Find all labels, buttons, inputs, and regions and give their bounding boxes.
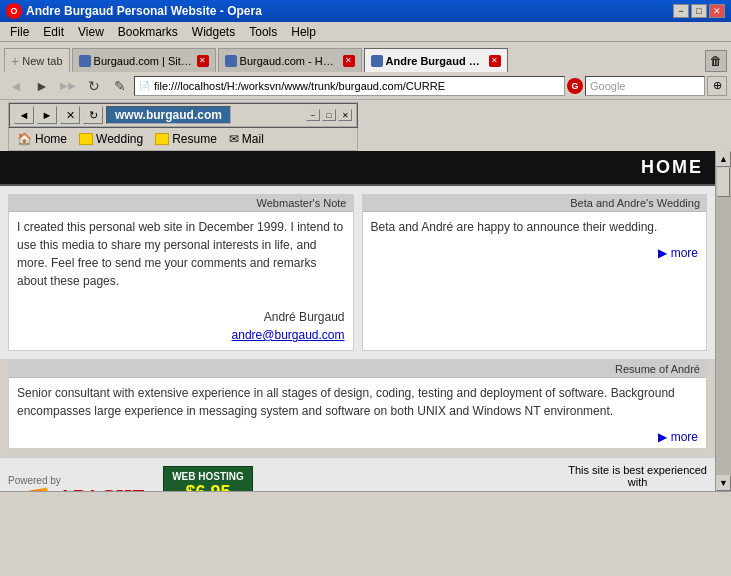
webmaster-section: Webmaster's Note I created this personal… (8, 194, 354, 351)
best-viewed-with: with (568, 476, 707, 488)
address-text: file:///localhost/H:/worksvn/www/trunk/b… (154, 80, 445, 92)
new-tab-label: New tab (22, 55, 62, 67)
back-button[interactable]: ◄ (4, 75, 28, 97)
forward-button[interactable]: ► (30, 75, 54, 97)
inner-close-btn[interactable]: ✕ (338, 109, 352, 121)
resume-more-link[interactable]: ▶ more (658, 430, 698, 444)
inner-nav-links: 🏠 Home Wedding Resume ✉ Mail (8, 128, 358, 151)
home-header: HOME (0, 151, 715, 186)
tab3-close[interactable]: ✕ (489, 55, 501, 67)
tab-3[interactable]: Andre Burgaud Personal ... ✕ (364, 48, 508, 72)
inner-stop-btn[interactable]: ✕ (60, 106, 80, 124)
resume-folder-icon (155, 133, 169, 145)
inner-nav-mail[interactable]: ✉ Mail (225, 130, 268, 148)
inner-toolbar: ◄ ► ✕ ↻ www.burgaud.com − □ ✕ (8, 102, 358, 128)
edit-button[interactable]: ✎ (108, 75, 132, 97)
tab1-label: Burgaud.com | Site inter... (94, 55, 194, 67)
tab-2[interactable]: Burgaud.com - Home ✕ (218, 48, 362, 72)
address-bar[interactable]: 📄 file:///localhost/H:/worksvn/www/trunk… (134, 76, 565, 96)
hosting-title: WEB HOSTING (172, 471, 244, 482)
hosting-price: $6.95 (172, 482, 244, 492)
wedding-section: Beta and Andre's Wedding Beta and André … (362, 194, 708, 351)
menu-bookmarks[interactable]: Bookmarks (112, 24, 184, 40)
webmaster-body: I created this personal web site in Dece… (9, 212, 353, 350)
inner-controls: − □ ✕ (306, 109, 352, 121)
webmaster-author-area: André Burgaud andre@burgaud.com (17, 308, 345, 344)
opera-icon: O (6, 3, 22, 19)
inner-back-btn[interactable]: ◄ (14, 106, 34, 124)
inner-nav-resume[interactable]: Resume (151, 130, 221, 148)
menu-help[interactable]: Help (285, 24, 322, 40)
page-footer: Powered by APACHE WEB HOSTING $6.95 Firs… (0, 457, 715, 491)
scroll-track[interactable] (716, 167, 731, 475)
content-area: HOME Webmaster's Note I created this per… (0, 151, 731, 491)
mail-nav-icon: ✉ (229, 132, 239, 146)
wedding-more-link[interactable]: ▶ more (658, 246, 698, 260)
inner-forward-btn[interactable]: ► (37, 106, 57, 124)
resume-section: Resume of André Senior consultant with e… (8, 360, 707, 449)
forward2-button[interactable]: ▶▶ (56, 75, 80, 97)
inner-max-btn[interactable]: □ (322, 109, 336, 121)
menu-bar: File Edit View Bookmarks Widgets Tools H… (0, 22, 731, 42)
menu-file[interactable]: File (4, 24, 35, 40)
close-button[interactable]: ✕ (709, 4, 725, 18)
title-bar: O Andre Burgaud Personal Website - Opera… (0, 0, 731, 22)
tab3-icon (371, 55, 383, 67)
resume-body: Senior consultant with extensive experie… (9, 378, 706, 426)
scrollbar-right: ▲ ▼ (715, 151, 731, 491)
inner-nav-home[interactable]: 🏠 Home (13, 130, 71, 148)
content-grid: Webmaster's Note I created this personal… (0, 186, 715, 360)
tab2-icon (225, 55, 237, 67)
menu-view[interactable]: View (72, 24, 110, 40)
best-viewed-text: This site is best experienced (568, 464, 707, 476)
search-input[interactable]: Google (585, 76, 705, 96)
wedding-nav-label: Wedding (96, 132, 143, 146)
webmaster-author: André Burgaud (264, 310, 345, 324)
maximize-button[interactable]: □ (691, 4, 707, 18)
wedding-body: Beta and André are happy to announce the… (363, 212, 707, 242)
inner-reload-btn[interactable]: ↻ (83, 106, 103, 124)
title-bar-left: O Andre Burgaud Personal Website - Opera (6, 3, 262, 19)
reload-button[interactable]: ↻ (82, 75, 106, 97)
tab-new[interactable]: + New tab (4, 48, 70, 72)
minimize-button[interactable]: − (673, 4, 689, 18)
main-content: HOME Webmaster's Note I created this per… (0, 151, 715, 491)
search-placeholder: Google (590, 80, 625, 92)
search-area: G Google ⊕ (567, 76, 727, 96)
tab2-label: Burgaud.com - Home (240, 55, 340, 67)
scroll-thumb[interactable] (717, 167, 730, 197)
tab-1[interactable]: Burgaud.com | Site inter... ✕ (72, 48, 216, 72)
trash-button[interactable]: 🗑 (705, 50, 727, 72)
webmaster-text: I created this personal web site in Dece… (17, 220, 343, 288)
inner-nav-wedding[interactable]: Wedding (75, 130, 147, 148)
tab2-close[interactable]: ✕ (343, 55, 355, 67)
resume-nav-label: Resume (172, 132, 217, 146)
scroll-down-btn[interactable]: ▼ (716, 475, 731, 491)
scroll-up-btn[interactable]: ▲ (716, 151, 731, 167)
webmaster-header: Webmaster's Note (9, 195, 353, 212)
menu-widgets[interactable]: Widgets (186, 24, 241, 40)
apache-logo-area: Powered by APACHE (8, 475, 147, 492)
status-bar (0, 491, 731, 509)
wedding-folder-icon (79, 133, 93, 145)
inner-min-btn[interactable]: − (306, 109, 320, 121)
wedding-header: Beta and Andre's Wedding (363, 195, 707, 212)
best-viewed-area: This site is best experienced with Micro… (568, 464, 707, 492)
hosting-ad[interactable]: WEB HOSTING $6.95 First Month FREE (163, 466, 253, 492)
apache-text: APACHE (58, 486, 147, 492)
zoom-button[interactable]: ⊕ (707, 76, 727, 96)
google-icon: G (567, 78, 583, 94)
tab-trash-area: 🗑 (705, 50, 727, 72)
apache-logo: APACHE (8, 486, 147, 492)
home-nav-icon: 🏠 (17, 132, 32, 146)
inner-frame-area: ◄ ► ✕ ↻ www.burgaud.com − □ ✕ 🏠 Home Wed… (0, 100, 731, 151)
tab1-close[interactable]: ✕ (197, 55, 209, 67)
tab3-label: Andre Burgaud Personal ... (386, 55, 486, 67)
wedding-more: ▶ more (363, 242, 707, 264)
menu-tools[interactable]: Tools (243, 24, 283, 40)
page-icon: 📄 (139, 81, 150, 91)
resume-header: Resume of André (9, 361, 706, 378)
menu-edit[interactable]: Edit (37, 24, 70, 40)
tabs-bar: + New tab Burgaud.com | Site inter... ✕ … (0, 42, 731, 72)
webmaster-email-link[interactable]: andre@burgaud.com (232, 328, 345, 342)
